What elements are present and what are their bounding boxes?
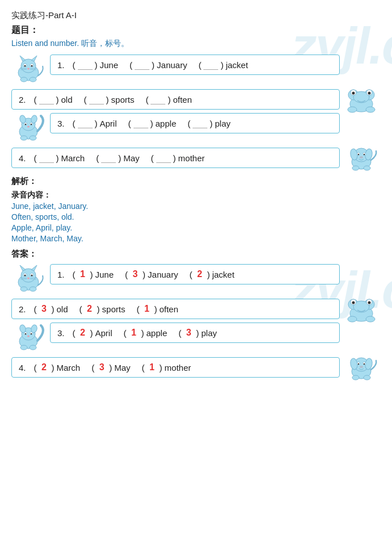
ans-word-3-1: April [95, 328, 112, 338]
svg-point-43 [364, 154, 365, 155]
answer-questions-row3: 3. ( 2 ) April ( 1 ) apple ( [50, 323, 340, 354]
answer-row-3: 3. ( 2 ) April ( 1 ) apple ( [11, 323, 381, 354]
instruction: Listen and number. 听音，标号。 [11, 39, 381, 49]
ans-q-num-2: 2. [19, 304, 26, 314]
question-box-3: 3. ( ) April ( ) apple ( [50, 113, 340, 133]
blank-2-1[interactable] [39, 94, 54, 104]
word-1-2: January [157, 60, 187, 70]
animal-cat-left-ans [11, 264, 50, 295]
svg-point-14 [30, 77, 36, 82]
cat-icon [11, 55, 45, 84]
svg-point-31 [25, 124, 26, 125]
animal-squirrel-left-ans [11, 323, 50, 354]
q-item-2-2: ( ) sports [84, 94, 135, 104]
svg-point-32 [31, 124, 32, 125]
svg-point-70 [348, 316, 357, 322]
svg-point-34 [20, 136, 27, 140]
blank-4-3[interactable] [156, 153, 171, 163]
word-1-3: jacket [226, 60, 248, 70]
animal-dog-right [342, 143, 381, 173]
ans-item-2-1: ( 3 ) old [34, 304, 68, 314]
answer-questions-row4: 4. ( 2 ) March ( 3 ) May ( [11, 357, 340, 378]
q-item-4-2: ( ) May [96, 153, 139, 163]
ans-item-1-2: ( 3 ) January [125, 269, 178, 279]
ans-word-1-3: jacket [212, 270, 234, 279]
blank-4-2[interactable] [101, 153, 116, 163]
jiexi-title: 解析： [11, 176, 381, 187]
blank-2-3[interactable] [151, 94, 165, 104]
word-2-2: sports [111, 95, 135, 104]
svg-point-79 [31, 333, 32, 334]
blank-4-1[interactable] [39, 153, 54, 163]
ans-blank-1-2: 3 [129, 269, 141, 279]
answer-box-4: 4. ( 2 ) March ( 3 ) May ( [11, 357, 340, 378]
ans-blank-4-2: 3 [95, 362, 108, 372]
answer-row-2: 2. ( 3 ) old ( 2 ) sports ( [11, 299, 381, 319]
svg-point-61 [30, 287, 36, 291]
animal-frog-right-ans [342, 294, 381, 324]
ans-blank-1-1: 1 [77, 269, 89, 279]
ans-blank-4-1: 2 [38, 362, 51, 372]
svg-point-8 [27, 68, 30, 70]
q-item-2-3: ( ) often [145, 94, 191, 104]
exercise-questions-row4: 4. ( ) March ( ) May ( [11, 148, 340, 168]
svg-marker-3 [31, 56, 37, 61]
blank-2-2[interactable] [89, 94, 104, 104]
blank-1-2[interactable] [135, 60, 149, 70]
q-num-1: 1. [57, 60, 65, 70]
blank-3-3[interactable] [193, 118, 207, 128]
cat-icon-ans [11, 264, 45, 294]
ans-word-3-2: apple [147, 328, 168, 338]
answer-block: 1. ( 1 ) June ( 3 ) January ( [11, 264, 381, 378]
svg-point-93 [364, 375, 370, 380]
ans-word-2-3: often [159, 304, 178, 314]
ans-word-2-1: old [57, 304, 68, 314]
ans-blank-3-3: 3 [182, 328, 195, 338]
blank-3-1[interactable] [78, 118, 93, 128]
svg-point-69 [368, 302, 371, 304]
word-4-1: March [61, 153, 85, 163]
ans-blank-2-3: 1 [140, 304, 153, 314]
q-item-4-3: ( ) mother [151, 153, 205, 163]
answer-row-1: 1. ( 1 ) June ( 3 ) January ( [11, 264, 381, 295]
ans-word-3-3: play [201, 328, 217, 338]
ans-item-1-1: ( 1 ) June [73, 269, 114, 279]
animal-dog-right-ans [342, 353, 381, 382]
blank-3-2[interactable] [134, 118, 148, 128]
word-3-1: April [100, 119, 117, 128]
ans-item-4-1: ( 2 ) March [34, 362, 81, 372]
luyin-line-3: Apple, April, play. [11, 223, 381, 232]
q-item-4-1: ( ) March [34, 153, 85, 163]
ans-blank-1-3: 2 [193, 269, 206, 279]
ans-item-2-2: ( 2 ) sports [80, 304, 126, 314]
q-item-3-2: ( ) apple [128, 118, 177, 128]
exercise-questions-row2: 2. ( ) old ( ) sports ( [11, 89, 340, 110]
answer-box-3: 3. ( 2 ) April ( 1 ) apple ( [50, 323, 340, 343]
svg-point-7 [31, 65, 33, 67]
svg-point-81 [20, 345, 27, 350]
svg-point-80 [27, 336, 30, 337]
exercise-block: 1. ( ) June ( ) January ( [11, 55, 381, 168]
ans-word-1-2: January [148, 270, 178, 279]
blank-1-1[interactable] [78, 60, 93, 70]
blank-1-3[interactable] [203, 60, 218, 70]
ans-word-2-2: sports [102, 304, 126, 314]
ans-item-3-1: ( 2 ) April [73, 328, 112, 338]
animal-squirrel-left [11, 113, 50, 144]
word-3-2: apple [156, 119, 177, 128]
ans-q-num-1: 1. [57, 270, 65, 279]
ans-blank-3-2: 1 [128, 328, 140, 338]
q-num-2: 2. [19, 95, 26, 104]
frog-icon-ans [344, 294, 378, 324]
svg-point-55 [27, 278, 30, 279]
svg-point-89 [358, 363, 359, 365]
exercise-row-1: 1. ( ) June ( ) January ( [11, 55, 381, 86]
ans-blank-2-1: 3 [38, 304, 51, 314]
dog-icon-ans [344, 353, 378, 382]
svg-point-71 [366, 316, 375, 322]
svg-point-92 [352, 375, 359, 380]
question-box-2: 2. ( ) old ( ) sports ( [11, 89, 340, 110]
svg-point-21 [352, 92, 355, 95]
squirrel-icon [11, 113, 45, 143]
ans-word-4-3: mother [165, 363, 191, 372]
